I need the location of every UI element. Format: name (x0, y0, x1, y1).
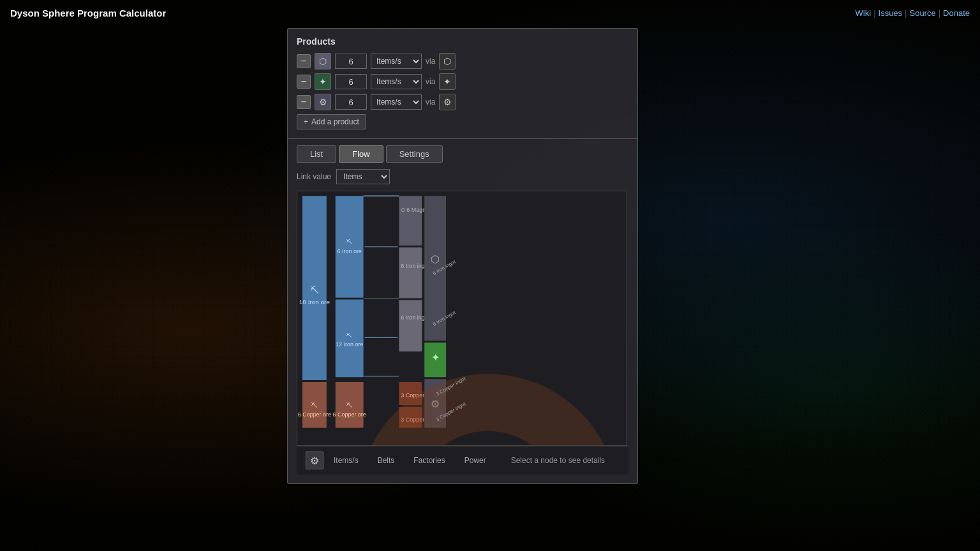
svg-rect-13 (399, 247, 422, 298)
svg-text:18 Iron ore: 18 Iron ore (299, 298, 330, 305)
status-col-power: Power (464, 456, 486, 465)
via-label-3: via (426, 98, 435, 107)
products-title: Products (297, 36, 628, 47)
product-row-1: − ⬡ Items/s Items/m Belts via ⬡ (297, 53, 628, 70)
main-panel: Products − ⬡ Items/s Items/m Belts via ⬡… (287, 28, 638, 484)
source-link[interactable]: Source (909, 8, 935, 18)
status-col-belts: Belts (378, 456, 395, 465)
add-product-label: Add a product (311, 117, 359, 126)
issues-link[interactable]: Issues (879, 8, 903, 18)
products-section: Products − ⬡ Items/s Items/m Belts via ⬡… (288, 29, 637, 139)
tab-settings[interactable]: Settings (386, 145, 443, 163)
status-col-factories: Factories (413, 456, 445, 465)
svg-text:⛏: ⛏ (311, 402, 318, 409)
product-rate-3[interactable]: Items/s Items/m Belts (371, 94, 422, 110)
svg-text:⛏: ⛏ (346, 239, 352, 245)
svg-text:⊙: ⊙ (401, 207, 406, 213)
status-gear-icon[interactable]: ⚙ (306, 452, 323, 469)
product-row-3: − ⚙ Items/s Items/m Belts via ⚙ (297, 94, 628, 110)
via-icon-3[interactable]: ⚙ (439, 94, 456, 110)
svg-rect-15 (399, 300, 422, 352)
svg-rect-10 (399, 196, 422, 246)
via-icon-1[interactable]: ⬡ (439, 53, 456, 70)
via-icon-2[interactable]: ✦ (439, 73, 456, 90)
sep1: | (873, 8, 875, 18)
svg-rect-4 (336, 196, 364, 297)
remove-product-1[interactable]: − (297, 54, 311, 68)
add-product-button[interactable]: + Add a product (297, 114, 366, 129)
svg-text:12 Iron ore: 12 Iron ore (336, 341, 363, 348)
flow-diagram[interactable]: ⛏ 18 Iron ore ⛏ 6 Iron ore ⛏ 12 Iron ore… (297, 191, 627, 446)
svg-text:6 Copper ore: 6 Copper ore (333, 411, 366, 418)
link-value-select[interactable]: Items Belts Factories (336, 169, 390, 184)
header-links: Wiki | Issues | Source | Donate (856, 8, 970, 18)
donate-link[interactable]: Donate (943, 8, 970, 18)
wiki-link[interactable]: Wiki (856, 8, 872, 18)
product-icon-2: ✦ (315, 73, 331, 90)
tabs-row: List Flow Settings (297, 145, 628, 163)
status-col-items: Items/s (334, 456, 359, 465)
flow-svg: ⛏ 18 Iron ore ⛏ 6 Iron ore ⛏ 12 Iron ore… (297, 191, 627, 445)
product-row-2: − ✦ Items/s Items/m Belts via ✦ (297, 73, 628, 90)
via-label-1: via (426, 57, 435, 66)
tab-list[interactable]: List (297, 145, 336, 163)
remove-product-2[interactable]: − (297, 75, 311, 89)
remove-product-3[interactable]: − (297, 95, 311, 109)
sep3: | (939, 8, 940, 18)
flow-content: Link value Items Belts Factories ⛏ 18 Ir… (288, 169, 637, 483)
svg-text:⬡: ⬡ (431, 254, 440, 265)
tab-flow[interactable]: Flow (339, 145, 383, 163)
header: Dyson Sphere Program Calculator Wiki | I… (0, 0, 980, 26)
product-icon-3: ⚙ (315, 94, 331, 110)
product-qty-3[interactable] (335, 94, 367, 110)
product-rate-1[interactable]: Items/s Items/m Belts (371, 54, 422, 69)
status-message: Select a node to see details (496, 456, 620, 465)
status-bar: ⚙ Items/s Belts Factories Power Select a… (297, 446, 628, 474)
svg-text:⛏: ⛏ (346, 402, 353, 409)
svg-text:6 Copper ore: 6 Copper ore (298, 411, 331, 418)
sep2: | (905, 8, 907, 18)
svg-text:6 Iron ore: 6 Iron ore (338, 248, 362, 254)
plus-icon: + (304, 117, 308, 126)
svg-text:⛏: ⛏ (310, 285, 319, 295)
product-rate-2[interactable]: Items/s Items/m Belts (371, 74, 422, 89)
app-title: Dyson Sphere Program Calculator (10, 8, 166, 18)
via-label-2: via (426, 77, 435, 86)
link-value-row: Link value Items Belts Factories (297, 169, 628, 184)
product-qty-2[interactable] (335, 74, 367, 89)
svg-text:✦: ✦ (431, 352, 440, 363)
link-value-label: Link value (297, 172, 331, 181)
status-columns: Items/s Belts Factories Power (334, 456, 486, 465)
svg-text:⛏: ⛏ (346, 332, 352, 339)
tabs-section: List Flow Settings (288, 139, 637, 163)
product-icon-1: ⬡ (315, 53, 331, 70)
product-qty-1[interactable] (335, 54, 367, 69)
